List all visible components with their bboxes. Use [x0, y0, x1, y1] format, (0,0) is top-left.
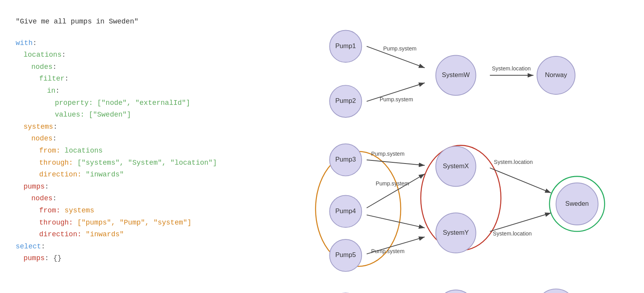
label-pump1: Pump1: [335, 42, 356, 50]
label-systemw: SystemW: [442, 71, 470, 79]
node-systemz: [437, 290, 475, 293]
nodes-line1: nodes:: [16, 61, 282, 73]
nodes-line2: nodes:: [16, 133, 282, 145]
diagram-svg: Pump.system Pump.system System.location …: [306, 8, 636, 293]
through-systems-line: through: ["systems", "System", "location…: [16, 157, 282, 169]
edge-label-pump5-systemy: Pump.system: [371, 248, 405, 254]
label-norway: Norway: [545, 71, 567, 79]
pumps-line: pumps:: [16, 181, 282, 193]
label-systemy: SystemY: [443, 229, 469, 236]
edge-label-pump2-systemw: Pump.system: [380, 96, 413, 102]
filter-line: filter:: [16, 73, 282, 85]
edge-label-pump4-systemx: Pump.system: [376, 180, 409, 187]
pumps-select-line: pumps: {}: [16, 252, 282, 264]
direction2-line: direction: "inwards": [16, 228, 282, 241]
edge-label-systemw-norway: System.location: [492, 65, 531, 72]
edge-label-pump1-systemw: Pump.system: [383, 45, 416, 52]
locations-line: locations:: [16, 49, 282, 61]
direction1-line: direction: "inwards": [16, 169, 282, 181]
label-pump5: Pump5: [335, 251, 356, 259]
edge-label-systemy-sweden: System.location: [493, 230, 532, 237]
with-line: with:: [16, 37, 282, 49]
nodes-line3: nodes:: [16, 192, 282, 205]
label-sweden: Sweden: [565, 200, 589, 207]
values-line: values: ["Sweden"]: [16, 109, 282, 121]
from-systems-line: from: systems: [16, 205, 282, 217]
through-pumps-line: through: ["pumps", "Pump", "system"]: [16, 217, 282, 229]
title-line: "Give me all pumps in Sweden": [16, 16, 282, 28]
label-pump4: Pump4: [335, 207, 356, 215]
label-pump3: Pump3: [335, 156, 356, 163]
label-pump2: Pump2: [335, 97, 356, 104]
systems-line: systems:: [16, 121, 282, 133]
node-denmark: [536, 289, 576, 293]
property-line: property: ["node", "externalId"]: [16, 97, 282, 109]
edge-pump4-systemx: [367, 174, 425, 208]
select-line: select:: [16, 241, 282, 253]
edge-label-pump3-systemx: Pump.system: [371, 151, 405, 157]
code-panel: "Give me all pumps in Sweden" with: loca…: [0, 0, 298, 293]
edge-pump4-systemy: [367, 215, 425, 228]
code-block: with: locations: nodes: filter: in: prop…: [16, 37, 282, 264]
diagram-panel: Pump.system Pump.system System.location …: [298, 0, 644, 293]
edge-label-systemx-sweden: System.location: [494, 159, 533, 165]
from-locations-line: from: locations: [16, 145, 282, 157]
label-systemx: SystemX: [443, 162, 469, 170]
edge-pump3-systemx: [367, 160, 425, 165]
in-line: in:: [16, 85, 282, 97]
